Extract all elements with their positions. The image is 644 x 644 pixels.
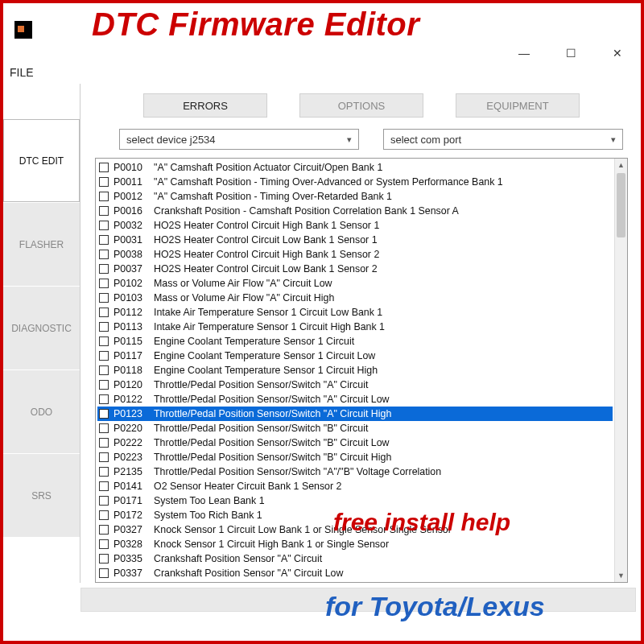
checkbox[interactable] [99,438,109,448]
scrollbar[interactable]: ▲ ▼ [614,159,627,582]
scroll-thumb[interactable] [617,173,625,237]
checkbox[interactable] [99,293,109,303]
dtc-description: Throttle/Pedal Position Sensor/Switch "B… [154,452,391,463]
dtc-code: P0141 [114,481,154,492]
list-item[interactable]: P0016Crankshaft Position - Camshaft Posi… [97,204,613,218]
chevron-down-icon: ▾ [611,134,616,145]
list-item[interactable]: P0102Mass or Volume Air Flow "A" Circuit… [97,276,613,291]
list-item[interactable]: P0010"A" Camshaft Position Actuator Circ… [97,160,613,175]
sidebar-item-diagnostic[interactable]: DIAGNOSTIC [3,287,80,370]
scroll-up-icon[interactable]: ▲ [615,159,627,171]
tab-errors[interactable]: ERRORS [143,93,267,118]
close-button[interactable]: ✕ [602,43,633,63]
sidebar: DTC EDITFLASHERDIAGNOSTICODOSRS [3,84,80,583]
list-item[interactable]: P0122Throttle/Pedal Position Sensor/Swit… [97,392,613,407]
dtc-code: P0012 [114,191,154,202]
list-item[interactable]: P0337Crankshaft Position Sensor "A" Circ… [97,566,613,580]
checkbox[interactable] [99,365,109,375]
list-item[interactable]: P0112Intake Air Temperature Sensor 1 Cir… [97,305,613,320]
list-item[interactable]: P2135Throttle/Pedal Position Sensor/Swit… [97,464,613,479]
dtc-description: System Too Lean Bank 1 [154,495,265,506]
list-item[interactable]: P0223Throttle/Pedal Position Sensor/Swit… [97,450,613,464]
port-combobox[interactable]: select com port ▾ [383,129,623,150]
dtc-code: P2135 [114,466,154,477]
checkbox[interactable] [99,279,109,288]
checkbox[interactable] [99,423,109,433]
checkbox[interactable] [99,235,109,245]
list-item[interactable]: P0012"A" Camshaft Position - Timing Over… [97,189,613,204]
overlay-brand: for Toyota/Lexus [325,591,545,622]
list-item[interactable]: P0115Engine Coolant Temperature Sensor 1… [97,334,613,349]
checkbox[interactable] [99,496,109,506]
dtc-code: P0011 [114,176,154,188]
device-combobox[interactable]: select device j2534 ▾ [119,129,359,150]
dtc-description: O2 Sensor Heater Circuit Bank 1 Sensor 2 [154,481,341,492]
list-item[interactable]: P0120Throttle/Pedal Position Sensor/Swit… [97,378,613,392]
checkbox[interactable] [99,264,109,274]
checkbox[interactable] [99,510,109,520]
checkbox[interactable] [99,192,109,201]
list-item[interactable]: P0141O2 Sensor Heater Circuit Bank 1 Sen… [97,479,613,493]
dtc-code: P0328 [114,539,154,550]
checkbox[interactable] [99,308,109,317]
checkbox[interactable] [99,250,109,259]
list-item[interactable]: P0011"A" Camshaft Position - Timing Over… [97,175,613,189]
dtc-description: "A" Camshaft Position - Timing Over-Reta… [154,191,392,202]
dtc-code: P0010 [114,162,154,173]
list-item[interactable]: P0118Engine Coolant Temperature Sensor 1… [97,363,613,378]
dtc-description: "A" Camshaft Position - Timing Over-Adva… [154,176,503,188]
dtc-description: Mass or Volume Air Flow "A" Circuit High [154,292,334,303]
sidebar-item-odo[interactable]: ODO [3,370,80,454]
minimize-button[interactable]: — [509,43,539,63]
tab-options[interactable]: OPTIONS [299,93,423,118]
list-item[interactable]: P0031HO2S Heater Control Circuit Low Ban… [97,233,613,247]
list-item[interactable]: P0222Throttle/Pedal Position Sensor/Swit… [97,436,613,450]
dtc-description: "A" Camshaft Position Actuator Circuit/O… [154,162,382,173]
list-item[interactable]: P0220Throttle/Pedal Position Sensor/Swit… [97,421,613,436]
list-item[interactable]: P0113Intake Air Temperature Sensor 1 Cir… [97,320,613,334]
sidebar-item-srs[interactable]: SRS [3,454,80,538]
list-item[interactable]: P0103Mass or Volume Air Flow "A" Circuit… [97,291,613,305]
menu-file[interactable]: FILE [10,66,34,79]
dtc-code: P0337 [114,568,154,579]
dtc-code: P0220 [114,423,154,434]
list-item[interactable]: P0335Crankshaft Position Sensor "A" Circ… [97,551,613,566]
checkbox[interactable] [99,322,109,332]
tab-equipment[interactable]: EQUIPMENT [456,93,580,118]
tabbar: ERRORSOPTIONSEQUIPMENT [95,93,628,127]
list-item[interactable]: P0117Engine Coolant Temperature Sensor 1… [97,349,613,363]
overlay-help: free install help [333,509,510,536]
checkbox[interactable] [99,452,109,462]
dtc-code: P0016 [114,205,154,217]
list-item[interactable]: P0123Throttle/Pedal Position Sensor/Swit… [97,407,613,421]
list-item[interactable]: P0171System Too Lean Bank 1 [97,493,613,508]
checkbox[interactable] [99,221,109,230]
checkbox[interactable] [99,336,109,346]
list-item[interactable]: P0037HO2S Heater Control Circuit Low Ban… [97,262,613,276]
checkbox[interactable] [99,525,109,535]
list-item[interactable]: P0032HO2S Heater Control Circuit High Ba… [97,218,613,233]
checkbox[interactable] [99,467,109,477]
checkbox[interactable] [99,351,109,361]
sidebar-item-flasher[interactable]: FLASHER [3,203,80,287]
maximize-button[interactable]: ☐ [555,43,586,63]
scroll-down-icon[interactable]: ▼ [615,569,627,582]
checkbox[interactable] [99,481,109,491]
checkbox[interactable] [99,206,109,216]
checkbox[interactable] [99,539,109,549]
checkbox[interactable] [99,394,109,404]
dtc-description: Crankshaft Position Sensor "A" Circuit [154,553,322,564]
checkbox[interactable] [99,380,109,390]
checkbox[interactable] [99,409,109,419]
checkbox[interactable] [99,163,109,172]
list-item[interactable]: P0038HO2S Heater Control Circuit High Ba… [97,247,613,262]
dtc-code: P0335 [114,553,154,564]
checkbox[interactable] [99,568,109,578]
dtc-description: HO2S Heater Control Circuit Low Bank 1 S… [154,234,378,246]
checkbox[interactable] [99,177,109,187]
list-item[interactable]: P0328Knock Sensor 1 Circuit High Bank 1 … [97,537,613,551]
sidebar-item-dtc-edit[interactable]: DTC EDIT [3,119,80,203]
dtc-code: P0120 [114,379,154,390]
checkbox[interactable] [99,554,109,564]
dtc-description: Throttle/Pedal Position Sensor/Switch "B… [154,437,390,448]
